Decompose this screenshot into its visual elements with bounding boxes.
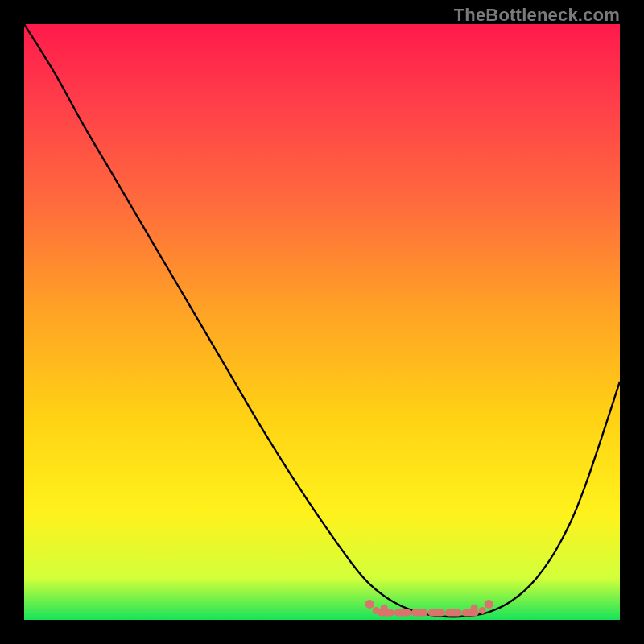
chart-frame: TheBottleneck.com bbox=[0, 0, 644, 644]
plot-area bbox=[24, 24, 620, 620]
svg-point-6 bbox=[471, 605, 478, 612]
svg-point-5 bbox=[479, 607, 486, 614]
svg-point-1 bbox=[485, 600, 493, 609]
watermark-text: TheBottleneck.com bbox=[454, 5, 620, 26]
gradient-background bbox=[24, 24, 620, 620]
bottleneck-chart bbox=[24, 24, 620, 620]
svg-point-3 bbox=[373, 607, 380, 614]
svg-point-4 bbox=[381, 605, 388, 612]
svg-point-0 bbox=[365, 600, 374, 609]
